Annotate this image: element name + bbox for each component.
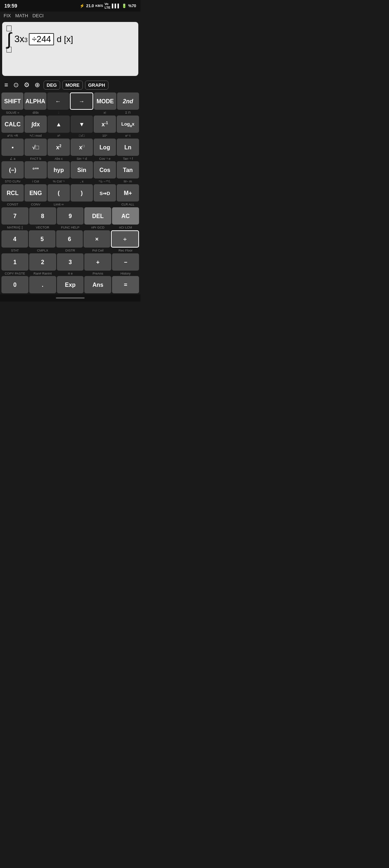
keyboard: SHIFT ALPHA ← → MODE 2nd SOLVE = d/dx : … [0, 92, 140, 294]
minus-key[interactable]: − [112, 253, 139, 271]
ln-key[interactable]: Ln [117, 139, 139, 156]
ans-key[interactable]: Ans [84, 276, 111, 293]
toolbar: ≡ ⊙ ⚙ ⊕ DEG MORE GRAPH [0, 78, 140, 92]
row-calc: CALC ∫dx ▲ ▼ x-1 Logax [1, 116, 139, 133]
multiply-key[interactable]: × [84, 230, 110, 248]
exponent: 3 [24, 37, 27, 44]
calculator-display: ∫ 3x 3 ÷244 d [x] [2, 22, 138, 76]
mode-bar: FIX MATH DECI [0, 12, 140, 20]
open-paren-key[interactable]: ( [48, 184, 70, 202]
right-arrow-key[interactable]: → [70, 92, 93, 110]
sublabels-row3: ∠ a FACT b Abs c Sin⁻¹ d Cos⁻¹ e Tan⁻¹ f [1, 157, 139, 161]
exp-key[interactable]: Exp [57, 276, 84, 293]
settings-icon[interactable]: ⚙ [22, 80, 31, 90]
eng-key[interactable]: ENG [24, 184, 47, 202]
kb-label: KB/S [95, 4, 103, 8]
coeff: 3x [14, 33, 24, 45]
calc-key[interactable]: CALC [1, 116, 24, 133]
key-6[interactable]: 6 [56, 230, 83, 248]
log-key[interactable]: Log [94, 139, 116, 156]
volte-icon: VoLTE [104, 2, 110, 9]
m-plus-key[interactable]: M+ [117, 184, 139, 202]
bottom-nav [0, 294, 140, 302]
del-key[interactable]: DEL [84, 207, 111, 225]
cos-key[interactable]: Cos [94, 161, 116, 178]
more-button[interactable]: MORE [62, 81, 83, 90]
mode-key[interactable]: MODE [94, 92, 116, 110]
sublabels-row6: MATRIX[::] VECTOR FUNC HELP nPr GCD nCr … [1, 225, 139, 230]
dx-bracket: d [x] [57, 34, 73, 44]
expression-display: ∫ 3x 3 ÷244 d [x] [6, 26, 73, 53]
sublabels-row8: COPY PASTE Ran# RanInt π e PreAns Histor… [1, 271, 139, 276]
ac-key[interactable]: AC [112, 207, 139, 225]
bluetooth-icon: ⚡ [80, 4, 85, 8]
sublabels-row2: aᵇ/c ÷R ³√□ mod x³ □√□ 10ˣ eˣ t [1, 134, 139, 138]
row-shift: SHIFT ALPHA ← → MODE 2nd [1, 92, 139, 110]
signal-bars: ▌▌▌ [112, 4, 120, 8]
row-trig: (−) °'" hyp Sin Cos Tan [1, 161, 139, 178]
row-789: 7 8 9 DEL AC [1, 207, 139, 225]
shift-key[interactable]: SHIFT [1, 92, 23, 110]
row-0: 0 . Exp Ans = [1, 276, 139, 293]
log-base-key[interactable]: Logax [117, 116, 139, 133]
x-box-key[interactable]: x□ [71, 139, 93, 156]
sublabels-row7: STAT CMPLX DISTR Pol Ceil Rec Floor [1, 248, 139, 253]
key-2[interactable]: 2 [29, 253, 56, 271]
alpha-key[interactable]: ALPHA [24, 92, 46, 110]
row-rcl: RCL ENG ( ) S⇒D M+ [1, 184, 139, 202]
key-7[interactable]: 7 [1, 207, 28, 225]
divide-key[interactable]: ÷ [111, 230, 139, 248]
battery-percent: %70 [128, 4, 136, 8]
network-speed: 21.0 [86, 4, 94, 8]
plus-key[interactable]: + [84, 253, 111, 271]
key-1[interactable]: 1 [1, 253, 28, 271]
negation-key[interactable]: (−) [1, 161, 24, 178]
row-sqrt: ▪ √□ x2 x□ Log Ln [1, 139, 139, 156]
integral-key[interactable]: ∫dx [24, 116, 47, 133]
integral-symbol: ∫ [6, 26, 12, 53]
key-0[interactable]: 0 [1, 276, 28, 293]
key-5[interactable]: 5 [29, 230, 55, 248]
highlighted-operand: ÷244 [29, 33, 54, 45]
close-paren-key[interactable]: ) [71, 184, 93, 202]
sin-key[interactable]: Sin [71, 161, 93, 178]
rcl-key[interactable]: RCL [1, 184, 24, 202]
hyp-key[interactable]: hyp [48, 161, 70, 178]
menu-icon[interactable]: ≡ [3, 80, 10, 90]
decimal-key[interactable]: . [29, 276, 56, 293]
up-arrow-key[interactable]: ▲ [48, 116, 70, 133]
status-bar: 19:59 ⚡ 21.0 KB/S VoLTE ▌▌▌ 🔋 %70 [0, 0, 140, 12]
row-123: 1 2 3 + − [1, 253, 139, 271]
fix-mode: FIX [4, 13, 11, 18]
home-indicator[interactable] [56, 297, 85, 299]
x-squared-key[interactable]: x2 [48, 139, 70, 156]
x-inverse-key[interactable]: x-1 [94, 116, 116, 133]
math-mode: MATH [15, 13, 28, 18]
left-arrow-key[interactable]: ← [47, 92, 69, 110]
s-to-d-key[interactable]: S⇒D [94, 184, 116, 202]
sublabels-row1: SOLVE = d/dx : x! Σ Π [1, 110, 139, 115]
sublabels-row5: CONST CONV Limit ∞ CLR ALL [1, 202, 139, 207]
dms-key[interactable]: °'" [24, 161, 47, 178]
tan-key[interactable]: Tan [117, 161, 139, 178]
expression: 3x 3 [14, 33, 27, 45]
equals-key[interactable]: = [112, 276, 139, 293]
sigma-icon[interactable]: ⊙ [12, 80, 20, 90]
sublabels-row4: STO CLRv i Cot % Cot⁻¹ , x ᵃ/ᵦ→ᵃᵇ/꜀ M− m [1, 179, 139, 184]
key-3[interactable]: 3 [57, 253, 84, 271]
plus-minus-icon[interactable]: ⊕ [33, 80, 41, 90]
key-9[interactable]: 9 [57, 207, 84, 225]
second-key[interactable]: 2nd [117, 92, 139, 110]
down-arrow-key[interactable]: ▼ [71, 116, 93, 133]
status-icons: ⚡ 21.0 KB/S VoLTE ▌▌▌ 🔋 %70 [80, 2, 136, 9]
battery-icon: 🔋 [122, 4, 127, 8]
deg-button[interactable]: DEG [44, 81, 60, 90]
sqrt-key[interactable]: √□ [24, 139, 47, 156]
time-display: 19:59 [4, 3, 17, 9]
key-8[interactable]: 8 [29, 207, 56, 225]
deci-mode: DECI [32, 13, 44, 18]
graph-button[interactable]: GRAPH [85, 81, 108, 90]
row-456: 4 5 6 × ÷ [1, 230, 139, 248]
key-4[interactable]: 4 [1, 230, 28, 248]
fraction-key[interactable]: ▪ [1, 139, 24, 156]
